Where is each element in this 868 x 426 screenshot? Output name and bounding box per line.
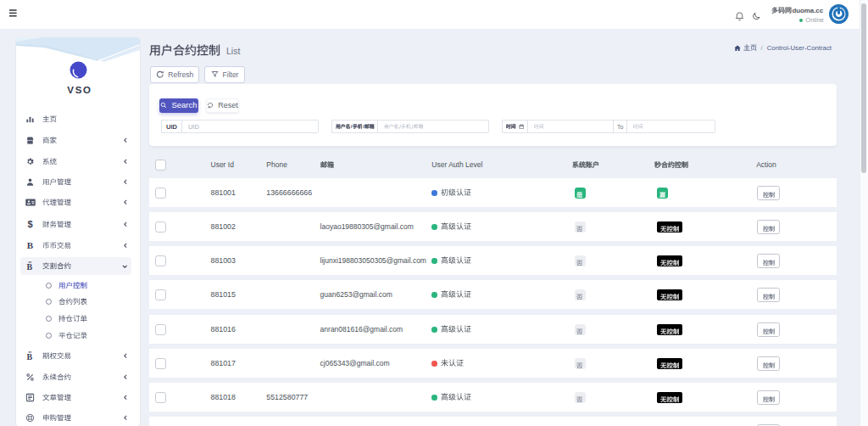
svg-text:B: B xyxy=(27,262,33,272)
svg-text:B: B xyxy=(27,351,33,361)
